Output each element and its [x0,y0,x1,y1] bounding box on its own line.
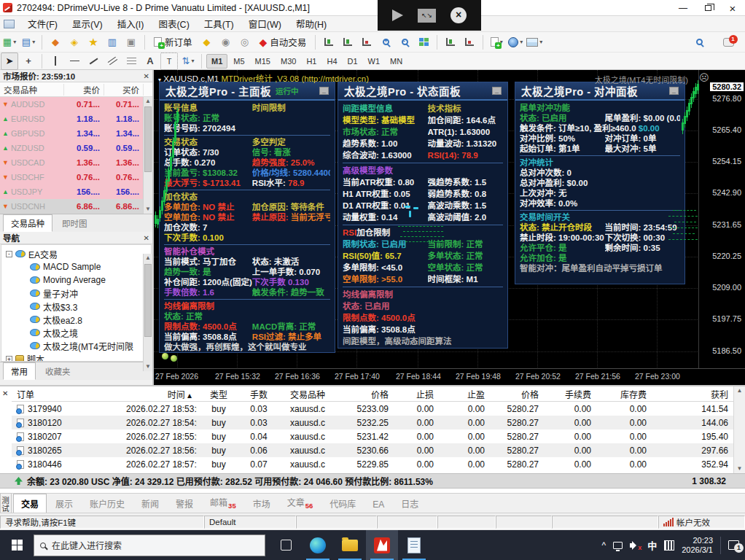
timeframe-button-mn[interactable]: MN [386,55,407,68]
market-watch-scrollbar[interactable]: ▲▼ [143,97,152,214]
notifications-icon[interactable]: 1 [719,34,737,51]
order-row[interactable]: 31804462026.02.27 18:57:12buy0.07xauusd.… [12,457,733,471]
column-header[interactable]: 手数 [241,388,277,400]
ime-language-indicator[interactable]: 中 [647,538,657,552]
column-header[interactable]: 库存费 [596,388,652,400]
terminal-scrollbar[interactable]: ▲ ▼ [733,386,745,473]
symbols-icon[interactable]: ◆ [47,34,64,51]
collapse-icon[interactable]: - [6,251,12,257]
label-tool-icon[interactable]: T [160,52,178,70]
navigator-item[interactable]: 太极$3.3 [1,300,151,313]
taskbar-explorer-icon[interactable] [334,530,366,560]
fibonacci-tool-icon[interactable] [122,52,140,70]
timeframe-button-d1[interactable]: D1 [343,55,362,68]
text-tool-icon[interactable]: A [141,52,159,70]
panel-minimize-button[interactable]: _ [319,87,329,95]
timeframe-button-m15[interactable]: M15 [251,55,275,68]
navigator-item[interactable]: 量子对冲 [1,287,151,300]
navigator-item[interactable]: +脚本 [1,352,151,362]
menu-item-f[interactable]: 文件(F) [20,18,65,31]
market-watch-tab[interactable]: 交易品种 [3,214,52,232]
terminal-tab-警报[interactable]: 警报 [168,494,201,514]
navigator-item[interactable]: 太极之境 [1,326,151,339]
bar-chart-mode-icon[interactable] [320,34,338,51]
indicators-icon[interactable]: +▾ [488,34,505,51]
navigator-window-icon[interactable]: ▥ [104,34,121,51]
navigator-item[interactable]: 太极ea2.8 [1,313,151,326]
column-header[interactable]: 手续费 [544,388,596,400]
line-chart-mode-icon[interactable] [358,34,375,51]
column-header[interactable]: 类型 [197,388,241,400]
templates-icon[interactable]: ▾ [526,34,543,51]
market-watch-icon[interactable]: ◈ [66,34,83,51]
menu-item-t[interactable]: 工具(T) [197,18,241,31]
terminal-tab-EA[interactable]: EA [364,496,392,514]
panel-minimize-button[interactable]: _ [669,87,679,95]
periods-icon[interactable]: ▾ [507,34,524,51]
terminal-tab-市场[interactable]: 市场 [245,494,278,514]
terminal-tab-账户历史[interactable]: 账户历史 [82,494,133,514]
market-row-usdchf[interactable]: ▼USDCHF0.76...0.76... [0,170,152,184]
new-chart-icon[interactable]: ▦▾ [1,34,18,51]
timeframe-button-m5[interactable]: M5 [229,55,249,68]
tile-windows-icon[interactable] [415,34,432,51]
chart-shift-icon[interactable] [461,34,478,51]
navigator-item[interactable]: -EA交易 [1,247,151,260]
expand-icon[interactable]: + [6,356,12,362]
order-row[interactable]: 31802072026.02.27 18:55:09buy0.04xauusd.… [12,429,733,443]
time-axis[interactable]: 27 Feb 202627 Feb 15:3227 Feb 16:3627 Fe… [154,368,745,385]
market-row-audusd[interactable]: ▼AUDUSD0.71...0.71... [0,97,152,112]
close-button[interactable]: × [720,0,745,16]
overlay-close-icon[interactable]: × [450,7,467,23]
market-row-usdjpy[interactable]: ▲USDJPY156....156.... [0,184,152,199]
market-row-usdcad[interactable]: ▼USDCAD1.36...1.36... [0,155,152,170]
order-row[interactable]: 31799402026.02.27 18:53:07buy0.03xauusd.… [12,402,733,416]
channel-tool-icon[interactable] [104,52,121,70]
timeframe-button-h4[interactable]: H4 [322,55,341,68]
share-pointer-icon[interactable] [392,9,403,21]
order-row[interactable]: 31801202026.02.27 18:54:07buy0.03xauusd.… [12,416,733,429]
action-center-icon[interactable]: 1 [728,540,739,550]
taskbar-clock[interactable]: 20:23 2026/3/1 [682,536,713,555]
tray-network-icon[interactable] [613,542,623,549]
column-header[interactable]: 价格 [338,388,394,400]
community-icon[interactable]: ◉ [217,34,235,51]
profiles-icon[interactable]: ▤▾ [20,34,37,51]
price-axis[interactable]: 5280.325276.805265.405254.155242.905231.… [698,70,745,368]
new-order-button[interactable]: + 新订单 [149,34,197,51]
start-button[interactable] [0,530,34,560]
terminal-tab-交易[interactable]: 交易 [13,494,47,514]
metaeditor-icon[interactable]: ◆ [198,34,216,51]
menu-item-i[interactable]: 插入(I) [110,18,152,31]
terminal-tab-日志[interactable]: 日志 [393,494,426,514]
task-view-button[interactable] [270,530,302,560]
market-watch-tab[interactable]: 即时图 [54,214,95,232]
menu-item-h[interactable]: 帮助(H) [289,18,334,31]
timeframe-button-w1[interactable]: W1 [364,55,385,68]
tray-chevron-icon[interactable]: ^ [602,540,606,551]
column-header[interactable]: 时间 ▴ [121,388,197,400]
terminal-tab-文章[interactable]: 文章56 [279,492,321,514]
market-watch-close-icon[interactable]: ✕ [144,72,149,80]
terminal-tab-邮箱[interactable]: 邮箱35 [202,492,244,514]
zoom-in-icon[interactable]: + [377,34,394,51]
market-row-gbpusd[interactable]: ▲GBPUSD1.34...1.34... [0,126,152,141]
cursor-tool-icon[interactable]: ➤ [1,52,18,70]
minimize-button[interactable]: — [671,0,695,16]
trendline-tool-icon[interactable] [85,52,102,70]
timeframe-button-h1[interactable]: H1 [302,55,321,68]
taskbar-search-input[interactable]: 在此键入进行搜索 [34,534,265,556]
menu-item-v[interactable]: 显示(V) [65,18,110,31]
column-header[interactable]: 价格 [490,388,544,400]
navigator-item[interactable]: MACD Sample [1,260,151,273]
menu-item-w[interactable]: 窗口(W) [241,18,289,31]
terminal-tab-新闻[interactable]: 新闻 [133,494,167,514]
navigator-item[interactable]: Moving Average [1,273,151,287]
terminal-window-icon[interactable]: ▣ [122,34,140,51]
sound-icon[interactable]: ◎ [236,34,254,51]
navigator-close-icon[interactable]: ✕ [144,234,149,242]
ime-mode-icon[interactable] [664,540,674,551]
zoom-out-icon[interactable]: - [396,34,413,51]
autotrading-button[interactable]: ◆ 自动交易 [255,34,311,51]
column-header[interactable]: 交易品种 [277,388,338,400]
